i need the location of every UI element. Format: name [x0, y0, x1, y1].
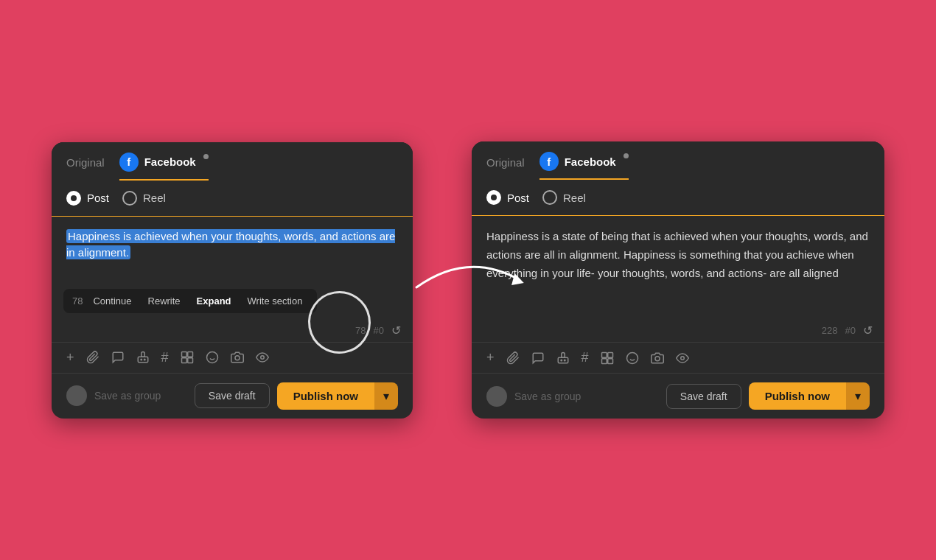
facebook-icon: f [119, 153, 139, 172]
left-comment-icon[interactable] [111, 351, 125, 364]
left-icon-toolbar: + # [52, 342, 413, 373]
right-layers-icon[interactable] [601, 351, 614, 365]
svg-rect-5 [181, 358, 186, 363]
left-word-count: 78 [355, 325, 366, 336]
ai-rewrite-btn[interactable]: Rewrite [142, 293, 186, 309]
right-tab-facebook-label: Facebook [565, 155, 616, 168]
svg-point-23 [655, 356, 660, 360]
left-eye-icon[interactable] [256, 351, 269, 364]
left-save-draft-button[interactable]: Save draft [195, 383, 270, 408]
right-facebook-icon: f [539, 152, 559, 171]
right-save-group-toggle[interactable] [486, 386, 507, 407]
left-post-radio[interactable] [66, 191, 81, 206]
left-text-area[interactable]: Happiness is achieved when your thoughts… [52, 217, 413, 283]
right-expanded-text: Happiness is a state of being that is ac… [486, 230, 868, 279]
left-bottom-bar: Save as group Save draft Publish now ▾ [52, 373, 413, 419]
left-post-label: Post [87, 192, 109, 204]
right-robot-icon[interactable] [556, 351, 570, 365]
ai-expand-btn[interactable]: Expand [191, 293, 237, 309]
right-reel-radio[interactable] [542, 190, 557, 205]
right-comment-icon[interactable] [531, 351, 545, 365]
left-plus-icon[interactable]: + [66, 350, 74, 365]
left-robot-icon[interactable] [136, 351, 150, 364]
left-save-group-toggle[interactable] [66, 385, 87, 406]
svg-point-2 [144, 359, 145, 360]
right-tabs: Original f Facebook [472, 141, 884, 180]
left-tabs: Original f Facebook [52, 142, 413, 181]
right-save-group-label: Save as group [514, 391, 659, 402]
svg-rect-16 [601, 352, 607, 357]
right-dot-indicator [624, 153, 629, 158]
left-stats-row: 78 #0 ↺ [52, 319, 413, 342]
svg-rect-3 [181, 352, 186, 357]
svg-point-14 [561, 360, 562, 361]
main-container: Original f Facebook Post Reel [0, 0, 936, 560]
right-reel-option[interactable]: Reel [542, 190, 586, 205]
left-publish-btn-group: Publish now ▾ [277, 382, 398, 410]
right-text-area[interactable]: Happiness is a state of being that is ac… [472, 216, 884, 319]
left-layers-icon[interactable] [181, 351, 194, 364]
left-radio-row: Post Reel [52, 181, 413, 217]
left-tab-facebook[interactable]: f Facebook [119, 153, 209, 181]
svg-point-1 [141, 359, 142, 360]
right-post-label: Post [507, 192, 529, 204]
right-tab-original[interactable]: Original [486, 156, 525, 176]
left-hashtag-icon[interactable]: # [161, 350, 169, 365]
right-undo-icon[interactable]: ↺ [863, 323, 873, 337]
svg-point-10 [235, 356, 240, 360]
right-paperclip-icon[interactable] [506, 351, 520, 365]
ai-toolbar: 78 Continue Rewrite Expand Write section [63, 289, 317, 313]
right-post-option[interactable]: Post [486, 190, 529, 205]
left-camera-icon[interactable] [231, 351, 244, 364]
right-plus-icon[interactable]: + [486, 350, 495, 365]
right-reel-label: Reel [563, 192, 586, 204]
right-publish-now-button[interactable]: Publish now [749, 382, 846, 410]
ai-write-section-btn[interactable]: Write section [242, 293, 309, 309]
svg-rect-18 [601, 358, 607, 363]
svg-point-11 [260, 356, 264, 360]
left-reel-radio[interactable] [122, 191, 137, 206]
right-eye-icon[interactable] [676, 351, 689, 365]
left-reel-label: Reel [143, 192, 166, 204]
svg-rect-6 [187, 358, 192, 363]
right-hashtag-count: #0 [845, 325, 856, 336]
left-publish-dropdown-button[interactable]: ▾ [374, 382, 398, 410]
ai-continue-btn[interactable]: Continue [87, 293, 137, 309]
svg-point-7 [206, 352, 217, 363]
right-emoji-icon[interactable] [626, 351, 639, 365]
left-undo-icon[interactable]: ↺ [391, 323, 401, 337]
right-bottom-bar: Save as group Save draft Publish now ▾ [472, 373, 884, 419]
right-radio-row: Post Reel [472, 180, 884, 216]
svg-rect-4 [187, 352, 192, 357]
right-publish-btn-group: Publish now ▾ [749, 382, 870, 410]
svg-rect-0 [138, 357, 148, 363]
left-emoji-icon[interactable] [206, 351, 219, 364]
right-word-count: 228 [822, 325, 838, 336]
right-hashtag-icon[interactable]: # [581, 350, 589, 365]
right-icon-toolbar: + # [472, 342, 884, 373]
svg-rect-19 [607, 358, 612, 363]
svg-rect-17 [607, 352, 612, 357]
left-save-group-label: Save as group [94, 390, 187, 402]
left-hashtag-count: #0 [374, 325, 384, 336]
left-card-wrapper: Original f Facebook Post Reel [52, 142, 413, 419]
left-card: Original f Facebook Post Reel [52, 142, 413, 419]
right-tab-facebook[interactable]: f Facebook [539, 152, 629, 180]
right-publish-dropdown-button[interactable]: ▾ [846, 382, 870, 410]
left-reel-option[interactable]: Reel [122, 191, 166, 206]
left-tab-facebook-label: Facebook [144, 155, 196, 168]
svg-point-24 [680, 356, 684, 360]
left-paperclip-icon[interactable] [86, 351, 99, 364]
left-tab-original[interactable]: Original [66, 156, 105, 176]
svg-point-20 [626, 352, 638, 363]
dot-indicator [203, 154, 209, 159]
right-stats-row: 228 #0 ↺ [472, 319, 884, 342]
right-post-radio[interactable] [486, 190, 501, 205]
right-save-draft-button[interactable]: Save draft [666, 384, 741, 409]
left-post-option[interactable]: Post [66, 191, 109, 206]
left-publish-now-button[interactable]: Publish now [277, 382, 374, 410]
right-camera-icon[interactable] [651, 351, 664, 365]
svg-rect-13 [558, 357, 568, 363]
ai-word-count: 78 [72, 295, 83, 307]
right-card: Original f Facebook Post Reel Happiness … [472, 141, 884, 419]
